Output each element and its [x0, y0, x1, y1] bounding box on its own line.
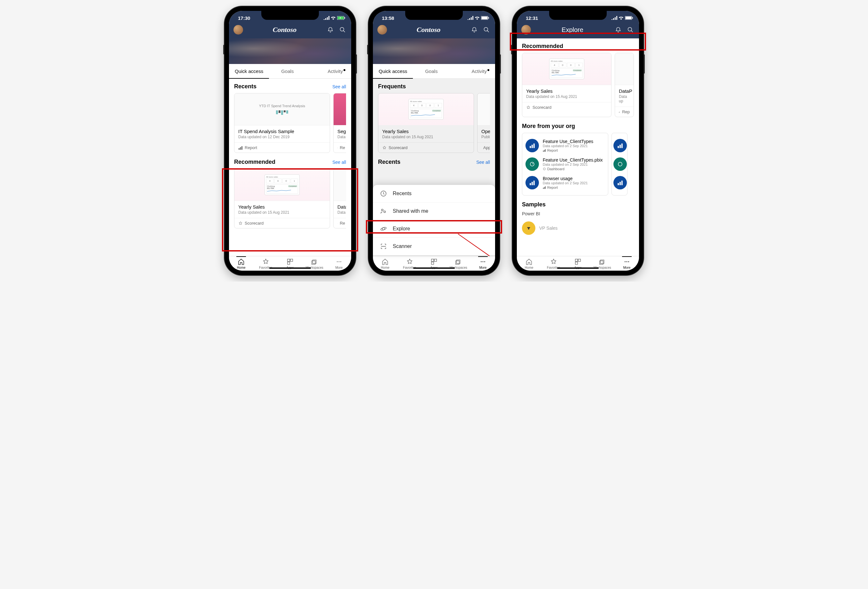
explore-icon: [380, 225, 387, 232]
tab-bar: Quick access Goals Activity: [373, 64, 495, 79]
sheet-item-shared[interactable]: Shared with me: [373, 203, 495, 220]
nav-more[interactable]: More: [615, 258, 639, 269]
avatar[interactable]: [377, 25, 387, 34]
svg-point-18: [340, 261, 341, 262]
sample-item[interactable]: VP Sales: [522, 219, 634, 237]
tab-goals[interactable]: Goals: [275, 64, 299, 78]
dashboard-icon: [543, 167, 546, 170]
section-samples: Samples Power BI VP Sales: [517, 197, 639, 239]
svg-point-36: [481, 261, 482, 262]
avatar[interactable]: [521, 25, 531, 34]
org-item[interactable]: Browser usage Data updated on 2 Sep 2021…: [526, 173, 605, 192]
card-thumbnail: [477, 93, 490, 126]
nav-more[interactable]: More: [327, 258, 351, 269]
content-area: Recents See all YTD IT Spend Trend Analy…: [229, 79, 351, 256]
star-icon: [550, 258, 557, 265]
svg-rect-61: [620, 145, 621, 148]
nav-home[interactable]: Home: [229, 258, 253, 269]
svg-point-30: [382, 228, 384, 230]
item-type: Dashboard: [543, 167, 605, 171]
tab-quick-access[interactable]: Quick access: [373, 64, 413, 78]
recommended-card[interactable]: Data Data Re: [333, 169, 346, 228]
nav-more[interactable]: More: [471, 258, 495, 269]
search-icon[interactable]: [338, 25, 347, 34]
tab-goals[interactable]: Goals: [419, 64, 443, 78]
frequent-card[interactable]: All store sales 4 0 0 1 ClothingComplete…: [378, 93, 474, 153]
section-title: Recents: [378, 159, 400, 166]
svg-rect-2: [344, 17, 345, 19]
svg-rect-59: [545, 186, 546, 189]
notification-bell-icon[interactable]: [326, 25, 335, 34]
wifi-icon: [619, 16, 624, 20]
section-title: Frequents: [378, 83, 406, 90]
svg-rect-46: [530, 146, 531, 148]
status-icons: [324, 16, 345, 20]
recent-card[interactable]: Seg Data Re: [333, 93, 346, 153]
card-title: IT Spend Analysis Sample: [238, 129, 326, 134]
tab-activity[interactable]: Activity: [322, 64, 351, 78]
sheet-item-recents[interactable]: Recents: [373, 185, 495, 203]
card-subtitle: Data: [337, 210, 345, 215]
nav-home[interactable]: Home: [517, 258, 541, 269]
tab-activity[interactable]: Activity: [466, 64, 495, 78]
wifi-icon: [475, 16, 480, 20]
org-item[interactable]: Feature Use_ClientTypes.pbix Data update…: [526, 155, 605, 173]
org-item[interactable]: [613, 173, 626, 192]
svg-point-28: [384, 211, 386, 213]
search-icon[interactable]: [482, 25, 491, 34]
notch: [261, 11, 319, 20]
item-subtitle: Data updated on 2 Sep 2021: [543, 163, 605, 166]
svg-rect-51: [545, 149, 546, 152]
svg-rect-47: [531, 145, 533, 148]
see-all-link[interactable]: See all: [332, 160, 346, 165]
svg-rect-55: [531, 182, 533, 185]
card-title: Yearly Sales: [382, 129, 470, 134]
recommended-card[interactable]: All store sales 4 0 0 1 ClothingComplete…: [234, 169, 330, 228]
star-icon: [262, 258, 269, 265]
sheet-item-explore[interactable]: Explore: [373, 220, 495, 238]
workspaces-icon: [599, 258, 606, 265]
recommended-card[interactable]: All store sales 4 0 0 1 ClothingComplete…: [522, 53, 611, 117]
frequent-card[interactable]: Opera Publish App: [477, 93, 490, 153]
svg-point-37: [482, 261, 483, 262]
nav-home[interactable]: Home: [373, 258, 397, 269]
see-all-link[interactable]: See all: [476, 160, 490, 165]
shared-icon: [380, 208, 387, 215]
report-badge-icon: [526, 176, 539, 189]
recent-card[interactable]: YTD IT Spend Trend Analysis: [234, 93, 330, 153]
report-icon: [543, 186, 546, 189]
svg-rect-56: [533, 181, 535, 185]
notification-bell-icon[interactable]: [470, 25, 478, 34]
home-icon: [526, 258, 533, 265]
svg-point-63: [618, 162, 622, 166]
svg-rect-49: [543, 151, 544, 152]
see-all-link[interactable]: See all: [332, 84, 346, 89]
app-header: Explore: [517, 25, 639, 38]
workspaces-icon: [311, 258, 318, 265]
svg-rect-35: [456, 261, 459, 264]
phone-mockup-2: 13:58 Contoso Quick access: [368, 6, 500, 275]
search-icon[interactable]: [626, 25, 635, 34]
svg-rect-34: [457, 260, 460, 263]
svg-rect-31: [431, 259, 434, 261]
sample-badge-icon: [522, 221, 535, 235]
recommended-card[interactable]: DataP Data up Rep: [615, 53, 634, 117]
tab-quick-access[interactable]: Quick access: [229, 64, 269, 78]
svg-rect-11: [288, 259, 290, 261]
svg-rect-13: [288, 262, 290, 264]
svg-point-72: [624, 261, 626, 262]
svg-rect-50: [544, 150, 545, 152]
svg-rect-48: [533, 144, 535, 148]
org-item[interactable]: Feature Use_ClientTypes Data updated on …: [526, 136, 605, 155]
status-time: 17:30: [238, 15, 250, 21]
svg-rect-21: [489, 17, 489, 19]
svg-rect-12: [291, 259, 293, 261]
signal-icon: [324, 16, 329, 20]
card-type: Scorecard: [235, 218, 330, 228]
signal-icon: [468, 16, 473, 20]
notification-bell-icon[interactable]: [614, 25, 622, 34]
avatar[interactable]: [233, 25, 243, 34]
org-item[interactable]: [613, 136, 626, 155]
org-item[interactable]: [613, 155, 626, 173]
app-header: Contoso: [229, 25, 351, 38]
